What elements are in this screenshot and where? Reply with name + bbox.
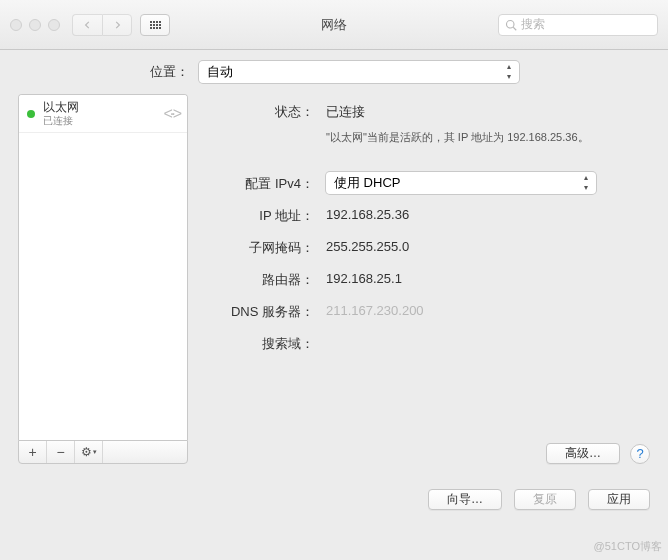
chevron-left-icon xyxy=(84,21,92,29)
titlebar: 网络 搜索 xyxy=(0,0,668,50)
assist-button[interactable]: 向导… xyxy=(428,489,502,510)
gear-icon: ⚙ xyxy=(81,445,92,459)
show-all-button[interactable] xyxy=(140,14,170,36)
dns-value: 211.167.230.200 xyxy=(326,300,650,318)
chevron-down-icon: ▾ xyxy=(93,448,97,456)
status-note: "以太网"当前是活跃的，其 IP 地址为 192.168.25.36。 xyxy=(326,126,650,146)
main-area: 以太网 已连接 <··> + − ⚙▾ 状态： 已连接 "以太网"当前是活跃的，… xyxy=(0,94,668,474)
location-label: 位置： xyxy=(150,63,189,81)
config-label: 配置 IPv4： xyxy=(206,172,326,193)
dns-label: DNS 服务器： xyxy=(206,300,326,321)
interface-list: 以太网 已连接 <··> xyxy=(18,94,188,440)
close-icon[interactable] xyxy=(10,19,22,31)
stepper-icon: ▴▾ xyxy=(501,62,517,82)
svg-point-0 xyxy=(507,20,515,28)
traffic-lights xyxy=(10,19,60,31)
status-label: 状态： xyxy=(206,100,326,121)
svg-line-1 xyxy=(513,27,516,30)
advanced-row: 高级… ? xyxy=(546,443,650,464)
watermark: @51CTO博客 xyxy=(594,539,662,554)
help-icon: ? xyxy=(636,446,643,461)
ethernet-icon: <··> xyxy=(163,105,179,123)
row-ip: IP 地址： 192.168.25.36 xyxy=(206,204,650,226)
ip-value: 192.168.25.36 xyxy=(326,204,650,222)
search-icon xyxy=(505,19,517,31)
row-subnet: 子网掩码： 255.255.255.0 xyxy=(206,236,650,258)
router-value: 192.168.25.1 xyxy=(326,268,650,286)
subnet-value: 255.255.255.0 xyxy=(326,236,650,254)
window: 网络 搜索 位置： 自动 ▴▾ 以太网 已连接 <··> xyxy=(0,0,668,560)
nav-buttons xyxy=(72,14,132,36)
config-ipv4-select[interactable]: 使用 DHCP ▴▾ xyxy=(326,172,596,194)
back-button[interactable] xyxy=(72,14,102,36)
row-status-note: "以太网"当前是活跃的，其 IP 地址为 192.168.25.36。 xyxy=(206,126,650,148)
row-status: 状态： 已连接 xyxy=(206,100,650,122)
revert-button[interactable]: 复原 xyxy=(514,489,576,510)
advanced-button[interactable]: 高级… xyxy=(546,443,620,464)
searchdomain-value xyxy=(326,332,650,335)
stepper-icon: ▴▾ xyxy=(578,173,594,193)
forward-button[interactable] xyxy=(102,14,132,36)
interface-item-ethernet[interactable]: 以太网 已连接 <··> xyxy=(19,95,187,133)
help-button[interactable]: ? xyxy=(630,444,650,464)
row-config: 配置 IPv4： 使用 DHCP ▴▾ xyxy=(206,172,650,194)
interface-actions-button[interactable]: ⚙▾ xyxy=(75,441,103,463)
location-select[interactable]: 自动 ▴▾ xyxy=(199,61,519,83)
ip-label: IP 地址： xyxy=(206,204,326,225)
remove-interface-button[interactable]: − xyxy=(47,441,75,463)
location-value: 自动 xyxy=(207,63,233,81)
add-interface-button[interactable]: + xyxy=(19,441,47,463)
interface-name: 以太网 xyxy=(43,100,155,114)
status-value: 已连接 xyxy=(326,100,650,121)
row-dns: DNS 服务器： 211.167.230.200 xyxy=(206,300,650,322)
status-dot-icon xyxy=(27,110,35,118)
searchdomain-label: 搜索域： xyxy=(206,332,326,353)
zoom-icon[interactable] xyxy=(48,19,60,31)
config-value: 使用 DHCP xyxy=(334,174,400,192)
interface-text: 以太网 已连接 xyxy=(43,100,155,126)
row-searchdomain: 搜索域： xyxy=(206,332,650,354)
search-field[interactable]: 搜索 xyxy=(498,14,658,36)
sidebar: 以太网 已连接 <··> + − ⚙▾ xyxy=(18,94,188,464)
chevron-right-icon xyxy=(113,21,121,29)
window-title: 网络 xyxy=(321,16,347,34)
interface-status: 已连接 xyxy=(43,115,155,127)
location-row: 位置： 自动 ▴▾ xyxy=(0,50,668,94)
subnet-label: 子网掩码： xyxy=(206,236,326,257)
sidebar-footer: + − ⚙▾ xyxy=(18,440,188,464)
row-router: 路由器： 192.168.25.1 xyxy=(206,268,650,290)
bottom-bar: 向导… 复原 应用 xyxy=(0,474,668,524)
apply-button[interactable]: 应用 xyxy=(588,489,650,510)
search-placeholder: 搜索 xyxy=(521,16,545,33)
minimize-icon[interactable] xyxy=(29,19,41,31)
grid-icon xyxy=(150,21,161,29)
details-panel: 状态： 已连接 "以太网"当前是活跃的，其 IP 地址为 192.168.25.… xyxy=(206,94,650,464)
router-label: 路由器： xyxy=(206,268,326,289)
